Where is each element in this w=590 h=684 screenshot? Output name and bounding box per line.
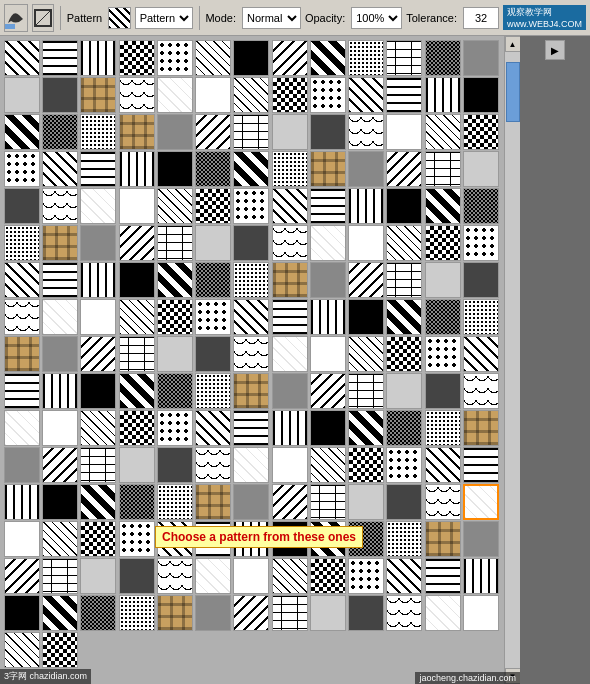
pattern-cell[interactable] xyxy=(4,262,40,298)
pattern-cell[interactable] xyxy=(386,558,422,594)
pattern-cell[interactable] xyxy=(348,410,384,446)
pattern-dropdown[interactable]: Pattern xyxy=(135,7,193,29)
pattern-cell[interactable] xyxy=(310,114,346,150)
pattern-cell[interactable] xyxy=(4,484,40,520)
pattern-cell[interactable] xyxy=(4,299,40,335)
pattern-cell[interactable] xyxy=(119,225,155,261)
pattern-cell[interactable] xyxy=(80,336,116,372)
pattern-cell[interactable] xyxy=(195,225,231,261)
pattern-cell[interactable] xyxy=(157,114,193,150)
pattern-cell[interactable] xyxy=(386,262,422,298)
pattern-cell[interactable] xyxy=(463,40,499,76)
pattern-cell[interactable] xyxy=(4,40,40,76)
pattern-cell[interactable] xyxy=(233,521,269,557)
pattern-cell[interactable] xyxy=(233,299,269,335)
pattern-cell[interactable] xyxy=(348,336,384,372)
pattern-cell[interactable] xyxy=(157,336,193,372)
pattern-cell[interactable] xyxy=(157,521,193,557)
pattern-cell[interactable] xyxy=(233,77,269,113)
pattern-cell[interactable] xyxy=(119,484,155,520)
pattern-cell[interactable] xyxy=(272,114,308,150)
pattern-cell[interactable] xyxy=(119,40,155,76)
pattern-cell[interactable] xyxy=(425,521,461,557)
pattern-cell[interactable] xyxy=(157,299,193,335)
scroll-track[interactable] xyxy=(505,52,520,668)
pattern-cell[interactable] xyxy=(386,595,422,631)
pattern-cell[interactable] xyxy=(119,336,155,372)
pattern-cell[interactable] xyxy=(195,262,231,298)
pattern-cell[interactable] xyxy=(348,77,384,113)
pattern-cell[interactable] xyxy=(42,151,78,187)
pattern-cell[interactable] xyxy=(233,484,269,520)
pattern-cell[interactable] xyxy=(42,558,78,594)
pattern-cell[interactable] xyxy=(157,225,193,261)
pattern-cell[interactable] xyxy=(348,484,384,520)
pattern-cell[interactable] xyxy=(42,595,78,631)
pattern-cell[interactable] xyxy=(4,114,40,150)
pattern-cell[interactable] xyxy=(463,558,499,594)
pattern-cell[interactable] xyxy=(348,114,384,150)
pattern-cell[interactable] xyxy=(233,373,269,409)
pattern-cell[interactable] xyxy=(272,188,308,224)
pattern-cell[interactable] xyxy=(42,410,78,446)
pattern-cell[interactable] xyxy=(195,558,231,594)
pattern-cell[interactable] xyxy=(80,188,116,224)
pattern-cell[interactable] xyxy=(42,447,78,483)
pattern-cell[interactable] xyxy=(119,558,155,594)
pattern-cell[interactable] xyxy=(272,558,308,594)
pattern-cell[interactable] xyxy=(4,632,40,668)
pattern-cell[interactable] xyxy=(425,373,461,409)
pattern-cell[interactable] xyxy=(42,336,78,372)
pattern-cell[interactable] xyxy=(42,521,78,557)
pattern-cell[interactable] xyxy=(348,262,384,298)
pattern-cell[interactable] xyxy=(119,595,155,631)
pattern-cell[interactable] xyxy=(157,151,193,187)
pattern-cell[interactable] xyxy=(310,447,346,483)
pattern-cell[interactable] xyxy=(425,595,461,631)
pattern-cell[interactable] xyxy=(425,558,461,594)
pattern-cell[interactable] xyxy=(463,484,499,520)
pattern-cell[interactable] xyxy=(386,114,422,150)
pattern-cell[interactable] xyxy=(386,188,422,224)
pattern-cell[interactable] xyxy=(463,151,499,187)
pattern-cell[interactable] xyxy=(272,521,308,557)
pattern-cell[interactable] xyxy=(80,484,116,520)
pattern-cell[interactable] xyxy=(233,595,269,631)
pattern-cell[interactable] xyxy=(157,188,193,224)
pattern-cell[interactable] xyxy=(157,595,193,631)
pattern-cell[interactable] xyxy=(233,447,269,483)
pattern-cell[interactable] xyxy=(80,262,116,298)
pattern-cell[interactable] xyxy=(348,373,384,409)
pattern-cell[interactable] xyxy=(195,40,231,76)
pattern-cell[interactable] xyxy=(42,225,78,261)
pattern-cell[interactable] xyxy=(42,77,78,113)
pattern-cell[interactable] xyxy=(386,151,422,187)
pattern-cell[interactable] xyxy=(80,595,116,631)
mode-select[interactable]: Normal xyxy=(242,7,301,29)
pattern-cell[interactable] xyxy=(425,336,461,372)
pattern-preview[interactable] xyxy=(108,7,130,29)
pattern-cell[interactable] xyxy=(119,373,155,409)
pattern-cell[interactable] xyxy=(463,188,499,224)
pattern-cell[interactable] xyxy=(4,336,40,372)
pattern-cell[interactable] xyxy=(310,410,346,446)
pattern-cell[interactable] xyxy=(310,40,346,76)
pattern-cell[interactable] xyxy=(42,632,78,668)
pattern-cell[interactable] xyxy=(310,484,346,520)
pattern-cell[interactable] xyxy=(463,373,499,409)
pattern-cell[interactable] xyxy=(233,188,269,224)
pattern-cell[interactable] xyxy=(233,114,269,150)
pattern-cell[interactable] xyxy=(310,151,346,187)
pattern-cell[interactable] xyxy=(272,299,308,335)
pattern-cell[interactable] xyxy=(233,410,269,446)
pattern-cell[interactable] xyxy=(42,484,78,520)
pattern-cell[interactable] xyxy=(425,188,461,224)
pattern-cell[interactable] xyxy=(310,225,346,261)
pattern-cell[interactable] xyxy=(463,521,499,557)
pattern-cell[interactable] xyxy=(157,77,193,113)
pattern-cell[interactable] xyxy=(463,447,499,483)
pattern-cell[interactable] xyxy=(119,447,155,483)
pattern-cell[interactable] xyxy=(425,77,461,113)
pattern-cell[interactable] xyxy=(195,336,231,372)
pattern-cell[interactable] xyxy=(272,262,308,298)
